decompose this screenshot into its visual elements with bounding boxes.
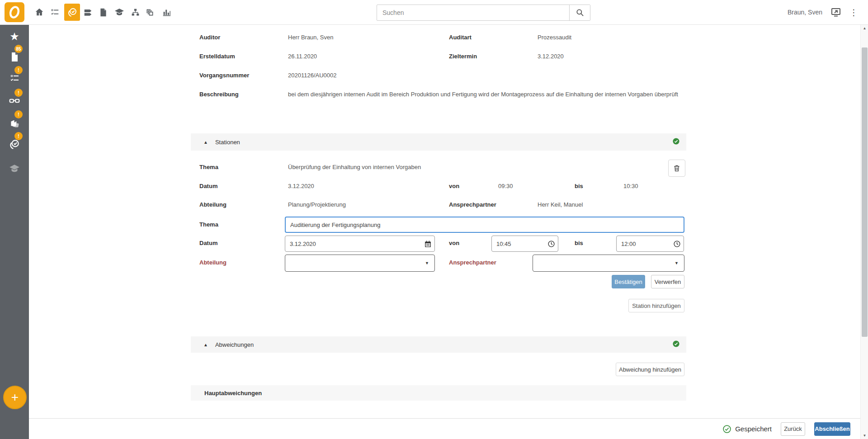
trash-icon [673, 164, 681, 172]
s1-thema-value: Überprüfung der Einhaltung von internen … [288, 164, 421, 170]
chevron-down-icon: ▼ [675, 261, 679, 265]
erstelldatum-label: Erstelldatum [199, 53, 235, 60]
vorgangsnummer-value: 20201126/AU0002 [288, 72, 336, 79]
search-button[interactable] [569, 5, 590, 20]
vertical-scrollbar[interactable]: ▲ ▼ [860, 24, 868, 439]
stationen-complete-icon [672, 137, 680, 147]
sidebar-item-audits[interactable]: ! [0, 136, 29, 153]
global-search [377, 5, 590, 21]
s2-ansprechpartner-dropdown[interactable]: ▼ [533, 255, 684, 272]
s2-von-label: von [449, 240, 459, 246]
observations-alert-badge: ! [14, 89, 23, 97]
collapse-arrow-icon[interactable]: ▲ [203, 140, 208, 145]
auditor-label: Auditor [199, 34, 220, 41]
orgchart-icon[interactable] [127, 0, 143, 24]
sidebar-item-favorites[interactable]: ★ [0, 28, 29, 45]
s2-abteilung-dropdown[interactable]: ▼ [285, 255, 435, 272]
abweichungen-title: Abweichungen [215, 341, 254, 348]
sidebar-item-approvals[interactable]: ! [0, 114, 29, 131]
discard-station-button[interactable]: Verwerfen [651, 275, 684, 288]
calendar-icon[interactable] [421, 240, 434, 248]
footer-bar: Gespeichert Zurück Abschließen [29, 418, 860, 439]
s1-von-value: 09:30 [498, 183, 513, 189]
s2-bis-field [616, 236, 684, 252]
approvals-alert-badge: ! [14, 110, 23, 118]
vorgangsnummer-label: Vorgangsnummer [199, 72, 249, 79]
scrollbar-thumb[interactable] [862, 47, 868, 337]
training-icon [9, 163, 20, 175]
chevron-down-icon: ▼ [425, 261, 429, 265]
audits-alert-badge: ! [14, 132, 23, 140]
s2-datum-label: Datum [199, 240, 217, 246]
screen-share-icon[interactable] [830, 7, 841, 18]
tasks-icon[interactable] [47, 0, 63, 24]
abweichungen-section-header[interactable]: ▲ Abweichungen [191, 336, 686, 353]
document-icon[interactable] [95, 0, 111, 24]
file-icon [9, 52, 20, 62]
user-name[interactable]: Braun, Sven [788, 9, 822, 16]
s1-thema-label: Thema [199, 164, 218, 170]
beschreibung-label: Beschreibung [199, 91, 239, 98]
s1-ansprechpartner-value: Herr Keil, Manuel [538, 201, 583, 208]
auditart-value: Prozessaudit [538, 34, 571, 41]
s1-datum-label: Datum [199, 183, 217, 189]
beschreibung-value: bei dem diesjährigen internen Audit im B… [288, 91, 678, 98]
audit-module-active-icon[interactable] [64, 4, 80, 21]
clock-icon[interactable] [670, 240, 684, 248]
sidebar-item-tasks[interactable]: ! [0, 70, 29, 87]
saved-check-icon [722, 425, 731, 434]
top-toolbar: Braun, Sven ⋮ [0, 0, 868, 25]
s2-datum-input[interactable] [285, 241, 421, 247]
s2-ansprechpartner-label: Ansprechpartner [449, 259, 496, 266]
s2-von-input[interactable] [492, 241, 544, 247]
auditor-value: Herr Braun, Sven [288, 34, 333, 41]
s1-abteilung-value: Planung/Projektierung [288, 201, 346, 208]
add-abweichung-button[interactable]: Abweichung hinzufügen [616, 363, 684, 376]
s2-von-field [491, 236, 558, 252]
s2-bis-input[interactable] [617, 241, 670, 247]
s1-von-label: von [449, 183, 459, 189]
search-input[interactable] [377, 5, 569, 20]
s1-datum-value: 3.12.2020 [288, 183, 314, 189]
finish-button[interactable]: Abschließen [814, 422, 850, 436]
app-logo-icon[interactable] [5, 2, 24, 22]
s1-bis-value: 10:30 [623, 183, 638, 189]
audit-app-window: Braun, Sven ⋮ ★ 85 ! ! ! ! + Auditor Her… [0, 0, 868, 439]
save-status: Gespeichert [722, 425, 772, 434]
auditart-label: Auditart [449, 34, 472, 41]
s2-datum-field [285, 236, 435, 252]
collapse-arrow-icon[interactable]: ▲ [203, 342, 208, 347]
themes-icon[interactable] [80, 0, 96, 24]
add-new-button[interactable]: + [3, 386, 27, 409]
erstelldatum-value: 26.11.2020 [288, 53, 317, 60]
documents-count-badge: 85 [14, 45, 23, 53]
overflow-menu-icon[interactable]: ⋮ [849, 8, 858, 17]
scroll-down-arrow[interactable]: ▼ [861, 432, 868, 439]
add-station-button[interactable]: Station hinzufügen [628, 299, 684, 312]
sidebar-item-training[interactable] [0, 160, 29, 177]
zieltermin-value: 3.12.2020 [538, 53, 564, 60]
saved-label: Gespeichert [735, 425, 772, 433]
plus-icon: + [11, 390, 19, 405]
training-icon[interactable] [111, 0, 127, 24]
abweichungen-complete-icon [672, 340, 680, 349]
s2-thema-field [285, 217, 684, 233]
stationen-section-header[interactable]: ▲ Stationen [191, 133, 686, 151]
confirm-station-button[interactable]: Bestätigen [612, 275, 645, 288]
reports-icon[interactable] [159, 0, 175, 24]
s2-thema-input[interactable] [286, 222, 684, 228]
s1-abteilung-label: Abteilung [199, 201, 226, 208]
sidebar-item-observations[interactable]: ! [0, 92, 29, 109]
star-icon: ★ [9, 31, 19, 42]
s1-ansprechpartner-label: Ansprechpartner [449, 201, 496, 208]
hauptabweichungen-subheader: Hauptabweichungen [191, 385, 686, 401]
s2-thema-label: Thema [199, 221, 218, 228]
back-button[interactable]: Zurück [781, 422, 805, 436]
clock-icon[interactable] [544, 240, 558, 248]
sidebar-item-documents[interactable]: 85 [0, 48, 29, 66]
copies-icon[interactable] [142, 0, 158, 24]
stationen-title: Stationen [215, 139, 240, 146]
delete-station-button[interactable] [668, 160, 685, 177]
scroll-up-arrow[interactable]: ▲ [861, 24, 868, 32]
home-icon[interactable] [31, 0, 47, 24]
